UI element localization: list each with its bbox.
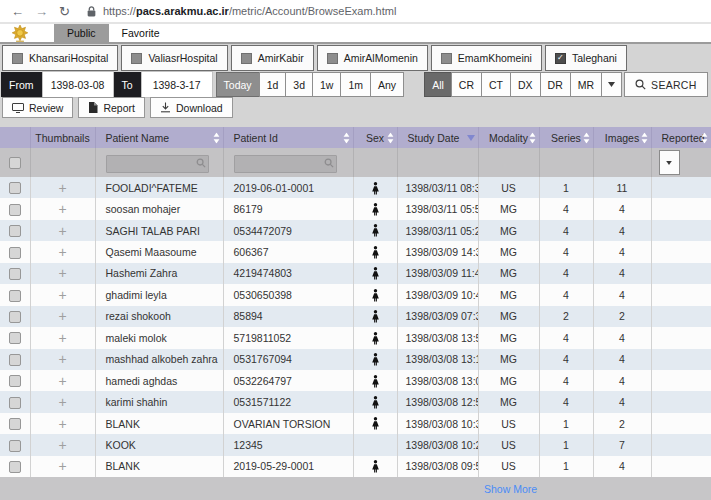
hospital-toggle-valiasrhospital[interactable]: ValiasrHospital — [121, 45, 227, 71]
forward-icon[interactable]: → — [35, 5, 48, 18]
exam-row[interactable]: +BLANKOVARIAN TORSION1398/03/08 10:36US1… — [0, 413, 711, 434]
row-checkbox[interactable] — [9, 290, 21, 302]
hospital-toggle-amirkabir[interactable]: AmirKabir — [231, 45, 314, 71]
column-header-thumbnails[interactable]: Thumbnails — [30, 127, 95, 148]
exam-row[interactable]: +maleki molok57198110521398/03/08 13:57M… — [0, 327, 711, 348]
exam-row[interactable]: +BLANK2019-05-29-00011398/03/08 09:51US1… — [0, 456, 711, 477]
column-header-patient-name[interactable]: Patient Name — [95, 127, 223, 148]
row-checkbox[interactable] — [9, 182, 21, 194]
column-header-images[interactable]: Images — [593, 127, 651, 148]
row-checkbox[interactable] — [9, 418, 21, 430]
column-header-modality[interactable]: Modality — [478, 127, 539, 148]
row-checkbox[interactable] — [9, 225, 21, 237]
modality-mr-button[interactable]: MR — [570, 72, 602, 97]
exam-row[interactable]: +KOOK123451398/03/08 10:29US17 — [0, 434, 711, 455]
sort-icon[interactable] — [529, 132, 536, 143]
sort-icon[interactable] — [701, 132, 708, 143]
exam-row[interactable]: +FOOLADI^FATEME2019-06-01-00011398/03/11… — [0, 177, 711, 198]
date-range-any-button[interactable]: Any — [370, 72, 404, 97]
exam-row[interactable]: +rezai shokooh858941398/03/09 07:36MG22 — [0, 306, 711, 327]
modality-ct-button[interactable]: CT — [481, 72, 511, 97]
hospital-toggle-emamkhomeini[interactable]: EmamKhomeini — [431, 45, 542, 71]
date-range-1d-button[interactable]: 1d — [259, 72, 287, 97]
date-range-3d-button[interactable]: 3d — [285, 72, 313, 97]
column-header-sex[interactable]: Sex — [353, 127, 397, 148]
patient-id-filter-input[interactable] — [234, 155, 337, 173]
row-checkbox[interactable] — [9, 375, 21, 387]
date-range-1m-button[interactable]: 1m — [340, 72, 371, 97]
modality-more-dropdown[interactable] — [601, 72, 622, 97]
exam-row[interactable]: +Hashemi Zahra42194748031398/03/09 11:49… — [0, 263, 711, 284]
checkbox-icon[interactable] — [327, 53, 338, 64]
row-checkbox[interactable] — [9, 397, 21, 409]
sort-icon[interactable] — [343, 132, 350, 143]
hospital-toggle-amiralmomenin[interactable]: AmirAlMomenin — [317, 45, 428, 71]
modality-dr-button[interactable]: DR — [540, 72, 571, 97]
exam-row[interactable]: +hamedi aghdas05322647971398/03/08 13:03… — [0, 370, 711, 391]
exam-row[interactable]: +soosan mohajer861791398/03/11 05:55MG44 — [0, 198, 711, 219]
hospital-toggle-taleghani[interactable]: ✓Taleghani — [545, 45, 627, 71]
modality-cr-button[interactable]: CR — [451, 72, 482, 97]
to-date-input[interactable] — [141, 71, 213, 98]
sort-desc-icon[interactable] — [467, 135, 475, 141]
review-button[interactable]: Review — [2, 97, 73, 118]
search-button[interactable]: SEARCH — [624, 72, 708, 97]
row-checkbox[interactable] — [9, 354, 21, 366]
column-header-reported[interactable]: Reported — [651, 127, 711, 148]
date-range-today-button[interactable]: Today — [216, 72, 260, 97]
expand-row-button[interactable]: + — [58, 244, 66, 260]
expand-row-button[interactable]: + — [58, 330, 66, 346]
expand-row-button[interactable]: + — [58, 265, 66, 281]
column-header-series[interactable]: Series — [539, 127, 593, 148]
expand-row-button[interactable]: + — [58, 351, 66, 367]
exam-row[interactable]: +mashhad alkobeh zahra05317670941398/03/… — [0, 349, 711, 370]
back-icon[interactable]: ← — [11, 5, 24, 18]
checkbox-icon[interactable] — [241, 53, 252, 64]
expand-row-button[interactable]: + — [58, 373, 66, 389]
tab-favorite[interactable]: Favorite — [109, 24, 173, 42]
exam-row[interactable]: +SAGHI TALAB PARI05344720791398/03/11 05… — [0, 220, 711, 241]
expand-row-button[interactable]: + — [58, 223, 66, 239]
sort-icon[interactable] — [213, 132, 220, 143]
row-checkbox[interactable] — [9, 268, 21, 280]
row-checkbox[interactable] — [9, 440, 21, 452]
checkbox-icon[interactable] — [131, 53, 142, 64]
url-field[interactable]: https://pacs.arakmu.ac.ir/metric/Account… — [103, 5, 396, 17]
show-more-link[interactable]: Show More — [484, 483, 537, 495]
checkbox-icon[interactable] — [12, 53, 23, 64]
reload-icon[interactable]: ↻ — [59, 5, 70, 18]
column-header-patient-id[interactable]: Patient Id — [223, 127, 353, 148]
expand-row-button[interactable]: + — [58, 458, 66, 474]
row-checkbox[interactable] — [9, 332, 21, 344]
expand-row-button[interactable]: + — [58, 287, 66, 303]
modality-all-button[interactable]: All — [424, 72, 452, 97]
sort-icon[interactable] — [583, 132, 590, 143]
expand-row-button[interactable]: + — [58, 394, 66, 410]
expand-row-button[interactable]: + — [58, 308, 66, 324]
tab-public[interactable]: Public — [54, 24, 109, 42]
modality-dx-button[interactable]: DX — [510, 72, 541, 97]
report-button[interactable]: Report — [78, 97, 145, 118]
patient-name-filter-input[interactable] — [106, 155, 209, 173]
hospital-toggle-khansarihospital[interactable]: KhansariHospital — [2, 45, 118, 71]
exam-row[interactable]: +ghadimi leyla05306503981398/03/09 10:44… — [0, 284, 711, 305]
expand-row-button[interactable]: + — [58, 201, 66, 217]
download-button[interactable]: Download — [150, 97, 233, 118]
from-date-input[interactable] — [42, 71, 114, 98]
row-checkbox[interactable] — [9, 204, 21, 216]
expand-row-button[interactable]: + — [58, 437, 66, 453]
exam-row[interactable]: +Qasemi Maasoume6063671398/03/09 14:31MG… — [0, 241, 711, 262]
row-checkbox[interactable] — [9, 311, 21, 323]
expand-row-button[interactable]: + — [58, 416, 66, 432]
checkbox-icon[interactable] — [441, 53, 452, 64]
sort-icon[interactable] — [387, 132, 394, 143]
reported-filter-dropdown[interactable] — [659, 150, 680, 175]
select-all-checkbox[interactable] — [9, 157, 21, 169]
row-checkbox[interactable] — [9, 247, 21, 259]
sort-icon[interactable] — [641, 132, 648, 143]
column-header-study-date[interactable]: Study Date — [397, 127, 478, 148]
row-checkbox[interactable] — [9, 461, 21, 473]
date-range-1w-button[interactable]: 1w — [312, 72, 341, 97]
expand-row-button[interactable]: + — [58, 180, 66, 196]
checkbox-checked-icon[interactable]: ✓ — [555, 53, 566, 64]
